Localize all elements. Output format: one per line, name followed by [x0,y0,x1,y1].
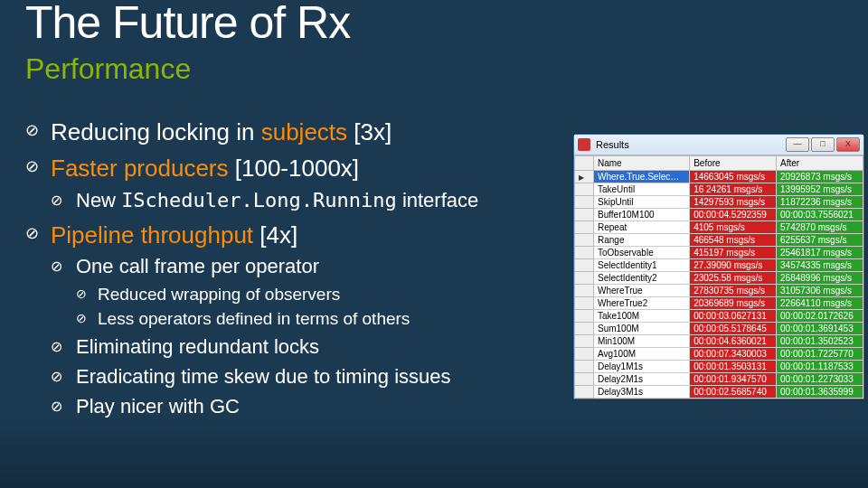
cell-after[interactable]: 00:00:01.7225770 [777,348,863,361]
slide-content: Reducing locking in subjects [3x] Faster… [25,116,568,424]
table-row[interactable]: Avg100M00:00:07.343000300:00:01.7225770 [575,348,863,361]
cell-name[interactable]: Sum100M [594,323,690,335]
col-before[interactable]: Before [690,156,777,171]
table-row[interactable]: Repeat4105 msgs/s5742870 msgs/s [575,221,863,234]
cell-after[interactable]: 6255637 msgs/s [777,234,863,247]
table-row[interactable]: WhereTrue220369689 msgs/s22664110 msgs/s [575,297,863,310]
cell-before[interactable]: 4105 msgs/s [690,221,777,234]
table-row[interactable]: Min100M00:00:04.636002100:00:01.3502523 [575,335,863,348]
cell-name[interactable]: Delay2M1s [594,373,690,386]
cell-after[interactable]: 00:00:01.1187533 [777,361,863,373]
cell-after[interactable]: 00:00:01.2273033 [777,373,863,386]
bullet-3-3: Eradicating time skew due to timing issu… [51,363,568,391]
cell-after[interactable]: 11872236 msgs/s [777,196,863,209]
table-row[interactable]: Take100M00:00:03.062713100:00:02.0172626 [575,310,863,323]
cell-name[interactable]: Min100M [594,335,690,348]
table-row[interactable]: Range466548 msgs/s6255637 msgs/s [575,234,863,247]
table-row[interactable]: WhereTrue27830735 msgs/s31057306 msgs/s [575,285,863,297]
cell-after[interactable]: 20926873 msgs/s [777,171,863,183]
cell-after[interactable]: 00:00:02.0172626 [777,310,863,323]
col-after[interactable]: After [777,156,863,171]
bullet-2: Faster producers [100-1000x] New ISchedu… [25,152,568,214]
cell-name[interactable]: Avg100M [594,348,690,361]
results-grid[interactable]: Name Before After Where.True.Selec…14663… [574,155,863,399]
cell-before[interactable]: 27830735 msgs/s [690,285,777,297]
table-row[interactable]: Sum100M00:00:05.517864500:00:01.3691453 [575,323,863,335]
bullet-3-1-text: One call frame per operator [76,255,319,277]
cell-name[interactable]: SelectIdentity2 [594,272,690,285]
table-row[interactable]: ToObservable415197 msgs/s25461817 msgs/s [575,247,863,259]
cell-before[interactable]: 23025.58 msgs/s [690,272,777,285]
table-row[interactable]: TakeUntil16 24261 msgs/s13995952 msgs/s [575,183,863,196]
row-indicator [575,297,594,310]
cell-name[interactable]: SelectIdentity1 [594,259,690,272]
table-row[interactable]: SelectIdentity127.39090 msgs/s34574335 m… [575,259,863,272]
row-indicator [575,259,594,272]
bullet-1-text-a: Reducing locking in [51,118,261,145]
cell-before[interactable]: 20369689 msgs/s [690,297,777,310]
cell-name[interactable]: Delay3M1s [594,386,690,399]
cell-after[interactable]: 25461817 msgs/s [777,247,863,259]
cell-after[interactable]: 34574335 msgs/s [777,259,863,272]
cell-before[interactable]: 00:00:05.5178645 [690,323,777,335]
table-row[interactable]: Delay3M1s00:00:02.568574000:00:01.363599… [575,386,863,399]
cell-before[interactable]: 27.39090 msgs/s [690,259,777,272]
row-indicator [575,234,594,247]
cell-after[interactable]: 31057306 msgs/s [777,285,863,297]
cell-before[interactable]: 00:00:04.6360021 [690,335,777,348]
cell-name[interactable]: TakeUntil [594,183,690,196]
minimize-button[interactable]: — [786,137,809,152]
cell-before[interactable]: 00:00:02.5685740 [690,386,777,399]
slide-subtitle: Performance [25,52,191,86]
cell-name[interactable]: Buffer10M100 [594,209,690,221]
table-row[interactable]: Delay1M1s00:00:01.350313100:00:01.118753… [575,361,863,373]
slide-title: The Future of Rx [25,0,350,49]
cell-name[interactable]: WhereTrue2 [594,297,690,310]
cell-after[interactable]: 00:00:03.7556021 [777,209,863,221]
cell-name[interactable]: Where.True.Selec… [594,171,690,183]
cell-before[interactable]: 415197 msgs/s [690,247,777,259]
close-button[interactable]: X [836,137,860,152]
table-row[interactable]: SelectIdentity223025.58 msgs/s26848996 m… [575,272,863,285]
row-header-blank [575,156,594,171]
cell-before[interactable]: 00:00:04.5292359 [690,209,777,221]
table-row[interactable]: Where.True.Selec…14663045 msgs/s20926873… [575,171,863,183]
bullet-2-1-c: interface [397,189,479,211]
cell-before[interactable]: 14297593 msgs/s [690,196,777,209]
cell-before[interactable]: 00:00:07.3430003 [690,348,777,361]
cell-before[interactable]: 00:00:01.3503131 [690,361,777,373]
cell-name[interactable]: SkipUntil [594,196,690,209]
col-name[interactable]: Name [594,156,690,171]
bullet-2-text-b: [100-1000x] [229,155,360,182]
table-row[interactable]: SkipUntil14297593 msgs/s11872236 msgs/s [575,196,863,209]
row-indicator [575,323,594,335]
table-row[interactable]: Delay2M1s00:00:01.934757000:00:01.227303… [575,373,863,386]
cell-name[interactable]: Delay1M1s [594,361,690,373]
cell-before[interactable]: 14663045 msgs/s [690,171,777,183]
bullet-1-text-c: [3x] [347,118,392,145]
cell-after[interactable]: 26848996 msgs/s [777,272,863,285]
cell-after[interactable]: 00:00:01.3691453 [777,323,863,335]
cell-before[interactable]: 00:00:01.9347570 [690,373,777,386]
cell-after[interactable]: 13995952 msgs/s [777,183,863,196]
row-indicator [575,335,594,348]
cell-name[interactable]: Repeat [594,221,690,234]
cell-name[interactable]: Range [594,234,690,247]
cell-after[interactable]: 00:00:01.3502523 [777,335,863,348]
bullet-list: Reducing locking in subjects [3x] Faster… [25,116,568,420]
cell-after[interactable]: 5742870 msgs/s [777,221,863,234]
cell-before[interactable]: 00:00:03.0627131 [690,310,777,323]
cell-after[interactable]: 00:00:01.3635999 [777,386,863,399]
bullet-3-highlight: Pipeline throughput [51,221,253,249]
cell-before[interactable]: 466548 msgs/s [690,234,777,247]
cell-after[interactable]: 22664110 msgs/s [777,297,863,310]
cell-name[interactable]: ToObservable [594,247,690,259]
results-table[interactable]: Name Before After Where.True.Selec…14663… [574,155,863,399]
cell-before[interactable]: 16 24261 msgs/s [690,183,777,196]
cell-name[interactable]: WhereTrue [594,285,690,297]
window-titlebar[interactable]: Results — □ X [574,135,863,155]
row-indicator [575,247,594,259]
maximize-button[interactable]: □ [811,137,835,152]
table-row[interactable]: Buffer10M10000:00:04.529235900:00:03.755… [575,209,863,221]
cell-name[interactable]: Take100M [594,310,690,323]
